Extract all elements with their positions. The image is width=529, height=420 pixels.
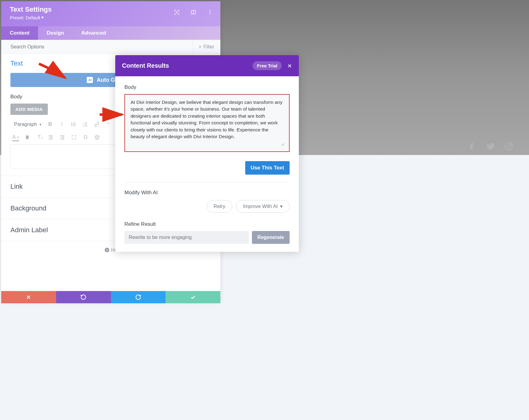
svg-rect-14 — [73, 126, 75, 126]
svg-point-7 — [210, 12, 211, 13]
svg-rect-26 — [48, 139, 53, 139]
save-button[interactable] — [166, 291, 220, 303]
paste-icon[interactable] — [22, 132, 32, 142]
svg-point-33 — [98, 137, 98, 137]
italic-icon[interactable]: I — [57, 119, 67, 130]
svg-rect-23 — [48, 135, 53, 136]
svg-rect-12 — [73, 124, 75, 125]
omega-icon[interactable]: Ω — [80, 132, 91, 142]
bullet-list-icon[interactable] — [68, 119, 79, 130]
modify-with-ai-label: Modify With AI — [124, 190, 290, 196]
panel-tabs: Content Design Advanced — [1, 26, 220, 40]
svg-point-13 — [71, 125, 72, 126]
text-color-icon[interactable]: A ▾ — [10, 132, 21, 142]
preset-label: Preset: Default — [10, 15, 40, 20]
tab-advanced[interactable]: Advanced — [73, 26, 115, 40]
result-body-label: Body — [124, 84, 290, 90]
clear-format-icon[interactable]: T× — [34, 132, 44, 142]
svg-rect-22 — [27, 135, 28, 136]
block-format-dropdown[interactable]: Paragraph ▾ — [10, 119, 44, 130]
svg-point-3 — [177, 12, 177, 13]
tab-design[interactable]: Design — [38, 26, 73, 40]
bold-icon[interactable]: B — [45, 119, 55, 130]
chevron-down-icon: ▾ — [280, 203, 283, 209]
instagram-icon[interactable] — [503, 141, 514, 152]
fullscreen-icon[interactable] — [174, 9, 180, 15]
svg-rect-28 — [62, 137, 64, 137]
svg-rect-30 — [60, 139, 64, 139]
facebook-icon[interactable] — [466, 141, 478, 152]
modify-actions-row: Retry Improve With AI ▾ — [124, 200, 290, 213]
expand-icon[interactable] — [69, 132, 79, 142]
indent-icon[interactable] — [57, 132, 67, 142]
divider — [124, 182, 290, 182]
svg-rect-18 — [84, 124, 87, 125]
outdent-icon[interactable] — [45, 132, 56, 142]
chevron-down-icon: ▾ — [17, 135, 19, 139]
redo-button[interactable] — [111, 291, 166, 303]
tab-content[interactable]: Content — [1, 26, 38, 40]
modal-header: Content Results Free Trial — [115, 55, 299, 76]
svg-text:?: ? — [106, 248, 108, 252]
numbered-list-icon[interactable]: 123 — [80, 119, 90, 130]
svg-rect-10 — [73, 123, 75, 123]
svg-rect-16 — [84, 123, 87, 123]
discard-button[interactable] — [1, 291, 56, 303]
chevron-down-icon: ▾ — [41, 15, 44, 20]
svg-rect-24 — [50, 137, 53, 137]
filter-button[interactable]: + Filter — [192, 40, 220, 54]
preset-dropdown[interactable]: Preset: Default ▾ — [10, 15, 212, 20]
svg-point-32 — [96, 137, 97, 137]
quote-icon[interactable]: “ — [103, 119, 114, 130]
svg-point-31 — [95, 135, 99, 139]
link-icon[interactable] — [92, 119, 102, 130]
search-bar: + Filter — [1, 40, 220, 54]
sidebar-toggle-icon[interactable] — [190, 9, 196, 15]
svg-rect-20 — [84, 126, 87, 127]
twitter-icon[interactable] — [485, 141, 496, 152]
modal-title: Content Results — [122, 62, 169, 69]
svg-point-2 — [511, 144, 512, 145]
plus-icon: + — [199, 44, 201, 50]
svg-text:3: 3 — [82, 125, 83, 127]
retry-button[interactable]: Retry — [207, 200, 232, 213]
svg-point-11 — [71, 124, 72, 125]
regenerate-button[interactable]: Regenerate — [252, 231, 290, 244]
panel-header: Text Settings Preset: Default ▾ — [1, 1, 220, 26]
more-vert-icon[interactable] — [207, 9, 213, 15]
emoji-icon[interactable] — [92, 132, 102, 142]
improve-with-ai-button[interactable]: Improve With AI ▾ — [236, 200, 290, 213]
svg-rect-25 — [50, 138, 53, 138]
svg-rect-27 — [60, 135, 64, 136]
svg-point-6 — [210, 10, 211, 11]
ai-icon: AI — [87, 77, 93, 83]
svg-point-1 — [507, 145, 510, 148]
close-icon[interactable] — [287, 63, 292, 68]
use-this-text-button[interactable]: Use This Text — [245, 161, 290, 175]
content-results-modal: Content Results Free Trial Body Use This… — [115, 55, 299, 252]
social-icon-strip — [466, 141, 514, 152]
add-media-button[interactable]: ADD MEDIA — [10, 104, 48, 115]
modal-body: Body Use This Text Modify With AI Retry … — [115, 76, 299, 252]
result-textarea[interactable] — [130, 98, 284, 146]
panel-action-bar — [1, 291, 220, 303]
improve-label: Improve With AI — [243, 204, 278, 209]
refine-result-label: Refine Result — [124, 221, 290, 227]
refine-row: Regenerate — [124, 231, 290, 244]
chevron-down-icon: ▾ — [40, 123, 41, 127]
svg-point-8 — [210, 13, 211, 14]
free-trial-button[interactable]: Free Trial — [253, 61, 282, 70]
undo-button[interactable] — [56, 291, 111, 303]
filter-label: Filter — [203, 44, 214, 50]
svg-rect-29 — [62, 138, 64, 138]
search-input[interactable] — [1, 44, 155, 50]
result-textarea-wrapper — [124, 94, 290, 152]
refine-input[interactable] — [124, 231, 249, 244]
svg-point-9 — [71, 123, 72, 123]
